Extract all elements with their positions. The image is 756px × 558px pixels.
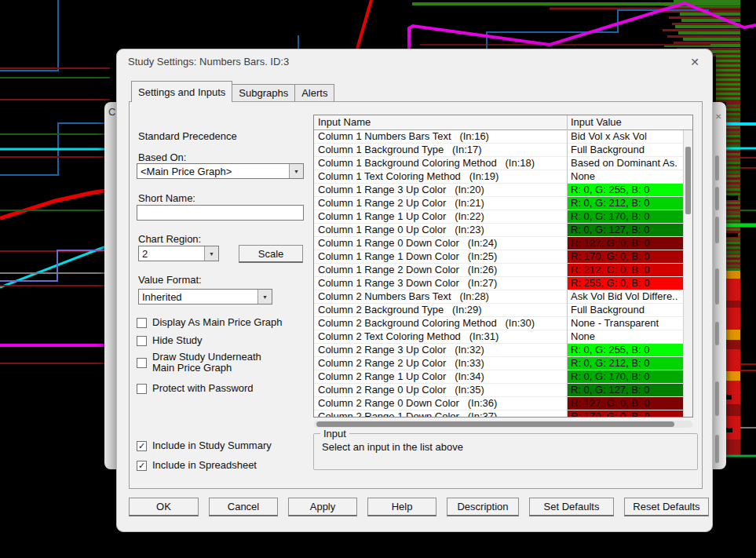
table-row[interactable]: Column 2 Text Coloring Method (In:31)Non…	[314, 330, 683, 344]
input-value-cell: Bid Vol x Ask Vol	[567, 130, 683, 143]
background-scrollbar-thumb	[715, 381, 719, 416]
input-name-cell: Column 1 Range 1 Up Color (In:22)	[318, 210, 484, 223]
input-name-cell: Column 1 Range 0 Up Color (In:23)	[318, 224, 484, 236]
table-row[interactable]: Column 1 Range 0 Up Color (In:23)R: 0, G…	[314, 224, 683, 237]
table-row[interactable]: Column 1 Range 0 Down Color (In:24)R: 12…	[314, 237, 683, 250]
input-value-cell: R: 127, G: 0, B: 0	[567, 397, 683, 410]
input-name-cell: Column 1 Text Coloring Method (In:19)	[318, 170, 499, 183]
input-groupbox: Input Select an input in the list above	[313, 433, 698, 470]
checkbox-label: Include in Spreadsheet	[152, 460, 257, 471]
set-defaults-button[interactable]: Set Defaults	[529, 498, 614, 516]
table-row[interactable]: Column 2 Range 0 Down Color (In:36)R: 12…	[314, 397, 683, 410]
scale-button[interactable]: Scale	[239, 245, 303, 263]
input-name-cell: Column 2 Numbers Bars Text (In:28)	[318, 290, 489, 303]
table-row[interactable]: Column 1 Range 1 Up Color (In:22)R: 0, G…	[314, 210, 683, 224]
table-row[interactable]: Column 2 Range 0 Up Color (In:35)R: 0, G…	[314, 384, 683, 397]
tab-settings-and-inputs[interactable]: Settings and Inputs	[131, 81, 232, 102]
input-name-cell: Column 1 Numbers Bars Text (In:16)	[318, 130, 489, 143]
input-name-cell: Column 1 Range 0 Down Color (In:24)	[318, 237, 497, 250]
checkbox-include-in-spreadsheet[interactable]: ✓Include in Spreadsheet	[137, 460, 305, 471]
inputs-table-header: Input Name Input Value	[314, 115, 692, 130]
dialog-title: Study Settings: Numbers Bars. ID:3	[128, 56, 289, 67]
apply-button[interactable]: Apply	[288, 498, 357, 516]
background-scrollbar-thumb	[715, 155, 719, 181]
table-row[interactable]: Column 2 Background Type (In:29)Full Bac…	[314, 304, 683, 317]
checkbox-include-in-study-summary[interactable]: ✓Include in Study Summary	[137, 440, 305, 451]
table-horizontal-scrollbar[interactable]	[314, 421, 692, 428]
table-row[interactable]: Column 1 Range 2 Down Color (In:26)R: 21…	[314, 264, 683, 277]
table-row[interactable]: Column 2 Range 3 Up Color (In:32)R: 0, G…	[314, 344, 683, 357]
table-row[interactable]: Column 2 Range 1 Up Color (In:34)R: 0, G…	[314, 370, 683, 384]
screen: C ✕ Study Settings: Numbers Bars. ID:3 ✕…	[0, 0, 756, 558]
table-row[interactable]: Column 1 Background Type (In:17)Full Bac…	[314, 144, 683, 157]
column-header-input-value[interactable]: Input Value	[571, 116, 622, 128]
input-name-cell: Column 2 Background Type (In:29)	[318, 304, 482, 316]
checkbox-hide-study[interactable]: Hide Study	[137, 335, 305, 346]
ok-button[interactable]: OK	[129, 498, 199, 516]
checkbox-label: Draw Study Underneath Main Price Graph	[152, 352, 282, 374]
background-window-right-fragment: ✕	[713, 102, 726, 469]
chart-region-select[interactable]: 2 ▼	[138, 246, 219, 261]
short-name-input[interactable]	[137, 205, 304, 221]
input-value-cell: R: 0, G: 255, B: 0	[567, 344, 683, 356]
input-name-cell: Column 1 Range 1 Down Color (In:25)	[318, 250, 497, 263]
unchecked-checkbox-icon	[137, 318, 147, 328]
table-row[interactable]: Column 1 Numbers Bars Text (In:16)Bid Vo…	[314, 130, 683, 144]
unchecked-checkbox-icon	[137, 384, 147, 394]
chart-region-label: Chart Region:	[138, 233, 201, 245]
description-button[interactable]: Description	[447, 498, 519, 516]
cancel-button[interactable]: Cancel	[209, 498, 278, 516]
input-value-cell: R: 0, G: 127, B: 0	[567, 224, 683, 236]
table-row[interactable]: Column 1 Text Coloring Method (In:19)Non…	[314, 170, 683, 184]
table-row[interactable]: Column 1 Range 2 Up Color (In:21)R: 0, G…	[314, 197, 683, 210]
study-settings-dialog: Study Settings: Numbers Bars. ID:3 ✕ Set…	[116, 49, 713, 532]
table-row[interactable]: Column 2 Range 2 Up Color (In:33)R: 0, G…	[314, 357, 683, 370]
input-value-cell: R: 255, G: 0, B: 0	[567, 277, 683, 290]
background-window-title-fragment: C	[108, 106, 115, 118]
tab-alerts[interactable]: Alerts	[294, 84, 334, 101]
input-value-cell: Based on Dominant As.	[567, 157, 683, 170]
background-scrollbar-thumb	[715, 217, 719, 243]
close-icon[interactable]: ✕	[687, 54, 703, 70]
table-row[interactable]: Column 1 Range 3 Up Color (In:20)R: 0, G…	[314, 184, 683, 197]
input-name-cell: Column 1 Background Type (In:17)	[318, 144, 482, 156]
based-on-select[interactable]: <Main Price Graph> ▼	[137, 163, 304, 179]
reset-defaults-button[interactable]: Reset Defaults	[624, 498, 709, 516]
background-scrollbar-thumb	[715, 322, 719, 345]
table-row[interactable]: Column 1 Range 3 Down Color (In:27)R: 25…	[314, 277, 683, 290]
chevron-down-icon: ▼	[289, 164, 303, 178]
table-row[interactable]: Column 1 Range 1 Down Color (In:25)R: 17…	[314, 250, 683, 264]
input-value-cell: R: 0, G: 127, B: 0	[567, 384, 683, 396]
input-name-cell: Column 2 Range 1 Up Color (In:34)	[318, 370, 484, 383]
background-scrollbar-thumb	[715, 187, 719, 210]
table-vertical-scrollbar[interactable]	[683, 130, 692, 417]
tab-subgraphs[interactable]: Subgraphs	[232, 84, 295, 101]
help-button[interactable]: Help	[367, 498, 436, 516]
chevron-down-icon: ▼	[204, 246, 218, 261]
table-row[interactable]: Column 2 Background Coloring Method (In:…	[314, 317, 683, 330]
input-value-cell: None	[567, 170, 683, 183]
input-name-cell: Column 1 Range 3 Up Color (In:20)	[318, 184, 484, 196]
input-value-cell: R: 0, G: 212, B: 0	[567, 357, 683, 370]
input-group-legend: Input	[320, 428, 349, 439]
input-value-cell: Full Background	[567, 144, 683, 156]
chevron-down-icon: ▼	[257, 290, 272, 304]
column-header-input-name[interactable]: Input Name	[318, 116, 371, 128]
table-row[interactable]: Column 2 Numbers Bars Text (In:28)Ask Vo…	[314, 290, 683, 304]
checkbox-label: Include in Study Summary	[152, 440, 272, 451]
input-name-cell: Column 1 Range 3 Down Color (In:27)	[318, 277, 497, 290]
input-value-cell: Ask Vol Bid Vol Differe..	[567, 290, 683, 303]
checkbox-display-as-main-price-graph[interactable]: Display As Main Price Graph	[137, 317, 305, 328]
input-name-cell: Column 1 Range 2 Down Color (In:26)	[318, 264, 497, 276]
table-row[interactable]: Column 2 Range 1 Down Color (In:37)R: 17…	[314, 410, 683, 417]
checkbox-protect-with-password[interactable]: Protect with Password	[137, 383, 305, 394]
unchecked-checkbox-icon	[137, 358, 147, 368]
input-name-cell: Column 2 Text Coloring Method (In:31)	[318, 330, 499, 343]
value-format-label: Value Format:	[138, 274, 202, 286]
dialog-button-row: OKCancelApplyHelpDescriptionSet Defaults…	[129, 498, 709, 516]
value-format-select[interactable]: Inherited ▼	[138, 289, 272, 305]
checkbox-draw-study-underneath-main-price-graph[interactable]: Draw Study Underneath Main Price Graph	[137, 352, 282, 374]
standard-precedence-label: Standard Precedence	[138, 130, 237, 142]
table-row[interactable]: Column 1 Background Coloring Method (In:…	[314, 157, 683, 170]
input-value-cell: Full Background	[567, 304, 683, 316]
